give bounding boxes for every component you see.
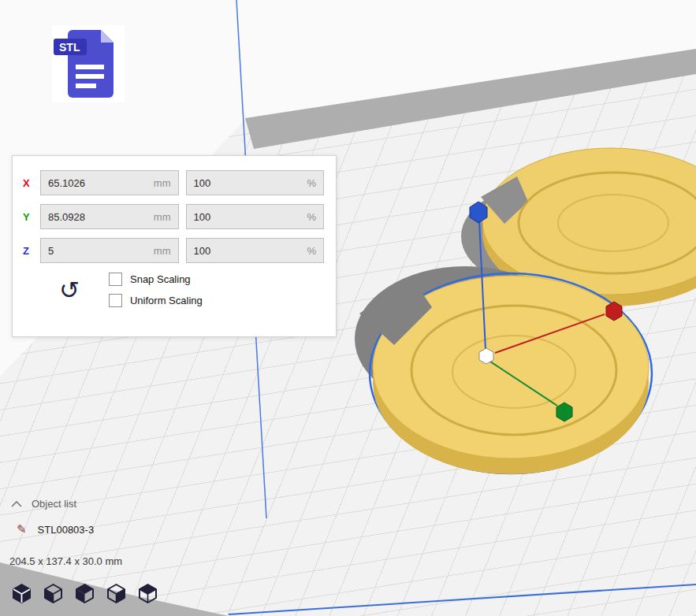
scale-row-z: Z 5 mm 100 % [23,238,324,263]
axis-z-label: Z [23,245,33,257]
snap-scaling-checkbox-box[interactable] [109,273,122,286]
scale-z-mm-value: 5 [48,245,54,257]
chevron-up-icon [11,501,22,507]
scale-z-percent-value: 100 [194,245,211,257]
document-line [76,65,104,69]
mm-unit-label: mm [154,211,171,223]
cube-solid-icon[interactable] [11,583,32,604]
uniform-scaling-label: Uniform Scaling [130,295,203,306]
plate-back-edge [245,49,696,149]
percent-unit-label: % [307,211,316,223]
scale-x-mm-field[interactable]: 65.1026 mm [40,170,179,195]
object-list-title: Object list [32,498,76,510]
scale-y-percent-field[interactable]: 100 % [186,204,325,229]
scale-y-percent-value: 100 [194,211,211,223]
object-list-item[interactable]: ✎ STL00803-3 [17,522,94,536]
percent-unit-label: % [307,245,316,257]
cube-left-top-faces-icon[interactable] [74,583,95,604]
scale-y-mm-value: 85.0928 [48,211,85,223]
scale-z-percent-field[interactable]: 100 % [186,238,325,263]
document-line [76,83,96,88]
reset-scale-button[interactable]: ↺ [59,278,80,302]
scale-x-mm-value: 65.1026 [48,177,85,189]
view-mode-toolbar [11,583,158,604]
uniform-scaling-checkbox-box[interactable] [109,294,122,307]
pencil-icon: ✎ [17,522,27,536]
cube-left-face-icon[interactable] [43,583,64,604]
scale-y-mm-field[interactable]: 85.0928 mm [40,204,179,229]
scale-x-percent-field[interactable]: 100 % [186,170,325,195]
scale-z-mm-field[interactable]: 5 mm [40,238,179,263]
snap-scaling-checkbox[interactable]: Snap Scaling [109,273,203,286]
stl-file-icon[interactable]: STL [52,25,125,106]
scale-row-y: Y 85.0928 mm 100 % [23,204,324,229]
model-dimensions: 204.5 x 137.4 x 30.0 mm [9,555,122,567]
scale-handle-center[interactable] [479,348,493,364]
percent-unit-label: % [307,177,316,189]
mm-unit-label: mm [154,245,171,257]
cube-right-face-icon[interactable] [106,583,127,604]
axis-y-label: Y [23,211,33,223]
document-line [76,74,104,79]
uniform-scaling-checkbox[interactable]: Uniform Scaling [109,294,203,307]
scale-row-x: X 65.1026 mm 100 % [23,170,324,195]
scale-x-percent-value: 100 [194,177,211,189]
object-name: STL00803-3 [38,524,95,536]
plate-front-blue-edge [229,584,696,614]
stl-badge-label: STL [59,41,80,54]
cube-top-face-icon[interactable] [137,583,158,604]
3d-viewport[interactable]: STL X 65.1026 mm 100 % Y 85.0928 mm [0,0,696,616]
object-list-header[interactable]: Object list [11,498,76,510]
scale-tool-panel: X 65.1026 mm 100 % Y 85.0928 mm 100 % Z [12,155,337,337]
mm-unit-label: mm [154,177,171,189]
snap-scaling-label: Snap Scaling [130,273,191,285]
axis-x-label: X [23,177,33,189]
